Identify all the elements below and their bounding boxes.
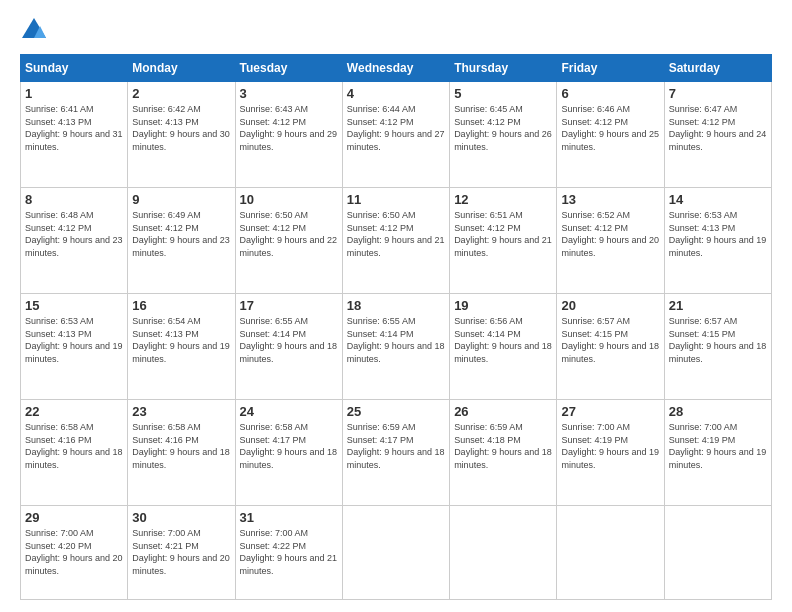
day-info: Sunrise: 6:53 AMSunset: 4:13 PMDaylight:…: [669, 210, 767, 258]
calendar-cell: [664, 506, 771, 600]
weekday-header: Saturday: [664, 55, 771, 82]
day-info: Sunrise: 7:00 AMSunset: 4:20 PMDaylight:…: [25, 528, 123, 576]
calendar-cell: 24Sunrise: 6:58 AMSunset: 4:17 PMDayligh…: [235, 400, 342, 506]
day-info: Sunrise: 7:00 AMSunset: 4:22 PMDaylight:…: [240, 528, 338, 576]
day-number: 29: [25, 510, 123, 525]
calendar-cell: 21Sunrise: 6:57 AMSunset: 4:15 PMDayligh…: [664, 294, 771, 400]
day-info: Sunrise: 7:00 AMSunset: 4:19 PMDaylight:…: [669, 422, 767, 470]
day-number: 19: [454, 298, 552, 313]
calendar-cell: 22Sunrise: 6:58 AMSunset: 4:16 PMDayligh…: [21, 400, 128, 506]
weekday-header: Monday: [128, 55, 235, 82]
day-number: 3: [240, 86, 338, 101]
day-info: Sunrise: 6:42 AMSunset: 4:13 PMDaylight:…: [132, 104, 230, 152]
day-number: 18: [347, 298, 445, 313]
calendar-cell: 3Sunrise: 6:43 AMSunset: 4:12 PMDaylight…: [235, 82, 342, 188]
calendar-cell: 1Sunrise: 6:41 AMSunset: 4:13 PMDaylight…: [21, 82, 128, 188]
calendar-cell: 31Sunrise: 7:00 AMSunset: 4:22 PMDayligh…: [235, 506, 342, 600]
day-number: 25: [347, 404, 445, 419]
calendar-cell: 6Sunrise: 6:46 AMSunset: 4:12 PMDaylight…: [557, 82, 664, 188]
day-info: Sunrise: 6:43 AMSunset: 4:12 PMDaylight:…: [240, 104, 338, 152]
calendar-cell: 20Sunrise: 6:57 AMSunset: 4:15 PMDayligh…: [557, 294, 664, 400]
calendar-cell: 5Sunrise: 6:45 AMSunset: 4:12 PMDaylight…: [450, 82, 557, 188]
day-number: 17: [240, 298, 338, 313]
calendar-cell: 16Sunrise: 6:54 AMSunset: 4:13 PMDayligh…: [128, 294, 235, 400]
day-info: Sunrise: 6:41 AMSunset: 4:13 PMDaylight:…: [25, 104, 123, 152]
day-info: Sunrise: 6:58 AMSunset: 4:16 PMDaylight:…: [25, 422, 123, 470]
weekday-header: Friday: [557, 55, 664, 82]
day-number: 13: [561, 192, 659, 207]
day-number: 5: [454, 86, 552, 101]
header: [20, 16, 772, 44]
calendar-cell: 4Sunrise: 6:44 AMSunset: 4:12 PMDaylight…: [342, 82, 449, 188]
day-number: 10: [240, 192, 338, 207]
calendar-cell: [450, 506, 557, 600]
day-number: 27: [561, 404, 659, 419]
day-number: 8: [25, 192, 123, 207]
day-number: 16: [132, 298, 230, 313]
calendar-cell: 26Sunrise: 6:59 AMSunset: 4:18 PMDayligh…: [450, 400, 557, 506]
calendar-cell: 28Sunrise: 7:00 AMSunset: 4:19 PMDayligh…: [664, 400, 771, 506]
day-info: Sunrise: 6:56 AMSunset: 4:14 PMDaylight:…: [454, 316, 552, 364]
day-info: Sunrise: 6:59 AMSunset: 4:17 PMDaylight:…: [347, 422, 445, 470]
calendar-cell: [342, 506, 449, 600]
day-info: Sunrise: 6:50 AMSunset: 4:12 PMDaylight:…: [240, 210, 338, 258]
day-number: 12: [454, 192, 552, 207]
day-number: 23: [132, 404, 230, 419]
logo-icon: [20, 16, 48, 44]
day-number: 4: [347, 86, 445, 101]
day-info: Sunrise: 7:00 AMSunset: 4:19 PMDaylight:…: [561, 422, 659, 470]
day-info: Sunrise: 6:57 AMSunset: 4:15 PMDaylight:…: [669, 316, 767, 364]
calendar-cell: 7Sunrise: 6:47 AMSunset: 4:12 PMDaylight…: [664, 82, 771, 188]
day-number: 2: [132, 86, 230, 101]
day-info: Sunrise: 6:52 AMSunset: 4:12 PMDaylight:…: [561, 210, 659, 258]
calendar-cell: 29Sunrise: 7:00 AMSunset: 4:20 PMDayligh…: [21, 506, 128, 600]
day-number: 7: [669, 86, 767, 101]
day-info: Sunrise: 6:54 AMSunset: 4:13 PMDaylight:…: [132, 316, 230, 364]
day-number: 15: [25, 298, 123, 313]
day-info: Sunrise: 6:47 AMSunset: 4:12 PMDaylight:…: [669, 104, 767, 152]
day-info: Sunrise: 6:49 AMSunset: 4:12 PMDaylight:…: [132, 210, 230, 258]
calendar-table: SundayMondayTuesdayWednesdayThursdayFrid…: [20, 54, 772, 600]
day-number: 11: [347, 192, 445, 207]
calendar-cell: 15Sunrise: 6:53 AMSunset: 4:13 PMDayligh…: [21, 294, 128, 400]
day-number: 6: [561, 86, 659, 101]
day-info: Sunrise: 6:45 AMSunset: 4:12 PMDaylight:…: [454, 104, 552, 152]
day-number: 31: [240, 510, 338, 525]
calendar-cell: 12Sunrise: 6:51 AMSunset: 4:12 PMDayligh…: [450, 188, 557, 294]
weekday-header: Tuesday: [235, 55, 342, 82]
day-info: Sunrise: 6:48 AMSunset: 4:12 PMDaylight:…: [25, 210, 123, 258]
calendar-cell: 23Sunrise: 6:58 AMSunset: 4:16 PMDayligh…: [128, 400, 235, 506]
calendar-cell: 13Sunrise: 6:52 AMSunset: 4:12 PMDayligh…: [557, 188, 664, 294]
calendar-cell: 30Sunrise: 7:00 AMSunset: 4:21 PMDayligh…: [128, 506, 235, 600]
day-number: 28: [669, 404, 767, 419]
calendar-cell: 9Sunrise: 6:49 AMSunset: 4:12 PMDaylight…: [128, 188, 235, 294]
day-number: 20: [561, 298, 659, 313]
day-info: Sunrise: 6:58 AMSunset: 4:17 PMDaylight:…: [240, 422, 338, 470]
calendar-cell: 25Sunrise: 6:59 AMSunset: 4:17 PMDayligh…: [342, 400, 449, 506]
page: SundayMondayTuesdayWednesdayThursdayFrid…: [0, 0, 792, 612]
day-info: Sunrise: 6:46 AMSunset: 4:12 PMDaylight:…: [561, 104, 659, 152]
calendar-cell: 10Sunrise: 6:50 AMSunset: 4:12 PMDayligh…: [235, 188, 342, 294]
day-info: Sunrise: 6:57 AMSunset: 4:15 PMDaylight:…: [561, 316, 659, 364]
calendar-cell: 18Sunrise: 6:55 AMSunset: 4:14 PMDayligh…: [342, 294, 449, 400]
day-info: Sunrise: 6:53 AMSunset: 4:13 PMDaylight:…: [25, 316, 123, 364]
day-info: Sunrise: 6:44 AMSunset: 4:12 PMDaylight:…: [347, 104, 445, 152]
calendar-cell: 27Sunrise: 7:00 AMSunset: 4:19 PMDayligh…: [557, 400, 664, 506]
day-info: Sunrise: 6:58 AMSunset: 4:16 PMDaylight:…: [132, 422, 230, 470]
day-number: 30: [132, 510, 230, 525]
calendar-cell: 14Sunrise: 6:53 AMSunset: 4:13 PMDayligh…: [664, 188, 771, 294]
day-info: Sunrise: 6:51 AMSunset: 4:12 PMDaylight:…: [454, 210, 552, 258]
day-info: Sunrise: 6:55 AMSunset: 4:14 PMDaylight:…: [347, 316, 445, 364]
calendar-cell: 11Sunrise: 6:50 AMSunset: 4:12 PMDayligh…: [342, 188, 449, 294]
day-number: 21: [669, 298, 767, 313]
calendar-cell: [557, 506, 664, 600]
day-info: Sunrise: 6:50 AMSunset: 4:12 PMDaylight:…: [347, 210, 445, 258]
calendar-cell: 8Sunrise: 6:48 AMSunset: 4:12 PMDaylight…: [21, 188, 128, 294]
weekday-header: Thursday: [450, 55, 557, 82]
calendar-cell: 2Sunrise: 6:42 AMSunset: 4:13 PMDaylight…: [128, 82, 235, 188]
day-number: 1: [25, 86, 123, 101]
day-number: 26: [454, 404, 552, 419]
day-info: Sunrise: 6:59 AMSunset: 4:18 PMDaylight:…: [454, 422, 552, 470]
day-number: 14: [669, 192, 767, 207]
day-info: Sunrise: 7:00 AMSunset: 4:21 PMDaylight:…: [132, 528, 230, 576]
